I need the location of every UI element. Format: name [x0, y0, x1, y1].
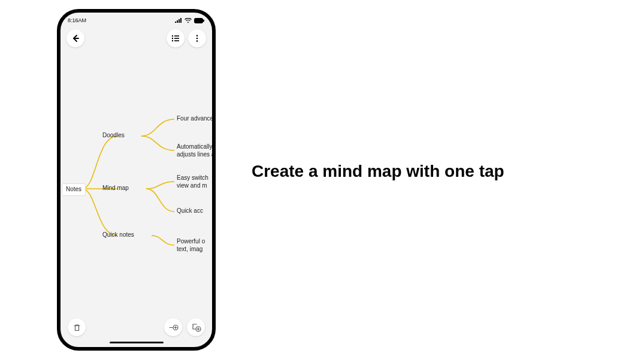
mindmap-branch-node[interactable]: Mind map: [101, 185, 129, 192]
svg-point-2: [172, 35, 173, 37]
trash-icon: [72, 323, 81, 332]
mindmap-root-node[interactable]: Notes: [62, 183, 86, 196]
mindmap-canvas[interactable]: Notes Doodles Mind map Quick notes Four …: [61, 71, 212, 311]
list-view-button[interactable]: [167, 29, 185, 47]
svg-point-4: [172, 38, 173, 39]
svg-point-10: [196, 40, 198, 42]
add-child-button[interactable]: [164, 318, 182, 336]
mindmap-leaf-node[interactable]: Powerful o text, imag: [176, 238, 205, 253]
svg-rect-0: [194, 18, 203, 23]
phone-frame: 8:16AM: [57, 9, 216, 351]
back-button[interactable]: [66, 29, 84, 47]
mindmap-leaf-node[interactable]: Automatically adjusts lines a: [176, 143, 214, 158]
mindmap-branch-node[interactable]: Doodles: [101, 132, 125, 140]
more-button[interactable]: [188, 29, 206, 47]
add-sibling-icon: [191, 322, 201, 332]
svg-point-8: [196, 35, 198, 37]
svg-rect-1: [203, 19, 204, 22]
add-sibling-button[interactable]: [187, 318, 205, 336]
more-vertical-icon: [192, 34, 202, 43]
signal-icon: [175, 18, 182, 23]
wifi-icon: [185, 18, 192, 23]
svg-rect-3: [174, 35, 179, 37]
mindmap-leaf-node[interactable]: Quick acc: [176, 207, 203, 215]
home-indicator: [110, 342, 164, 343]
add-child-icon: [168, 323, 179, 332]
list-icon: [171, 34, 180, 43]
status-icons: [175, 18, 205, 23]
svg-point-6: [172, 40, 173, 41]
status-time: 8:16AM: [68, 17, 86, 23]
status-bar: 8:16AM: [61, 15, 212, 26]
delete-button[interactable]: [68, 318, 86, 336]
feature-headline: Create a mind map with one tap: [252, 162, 504, 181]
svg-rect-5: [174, 38, 179, 39]
arrow-left-icon: [71, 34, 80, 43]
top-actions: [61, 26, 212, 47]
bottom-toolbar: [61, 318, 212, 336]
battery-icon: [194, 18, 205, 23]
mindmap-leaf-node[interactable]: Easy switch view and m: [176, 174, 208, 189]
mindmap-leaf-node[interactable]: Four advances: [176, 115, 216, 123]
mindmap-branch-node[interactable]: Quick notes: [101, 231, 134, 239]
svg-rect-7: [174, 40, 179, 41]
svg-point-9: [196, 38, 198, 40]
